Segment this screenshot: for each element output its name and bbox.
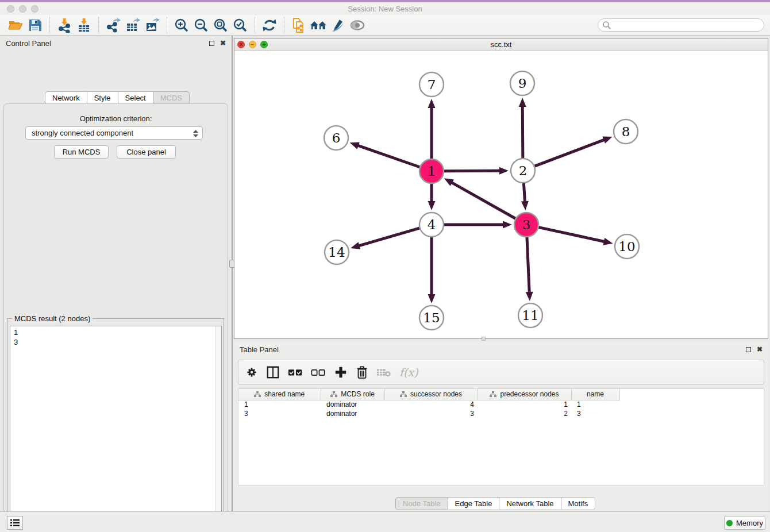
graph-edge-arrow — [521, 201, 529, 210]
settings-gear-icon[interactable] — [245, 366, 258, 379]
result-line: 1 — [14, 327, 218, 337]
network-window-titlebar[interactable]: × − + scc.txt — [234, 38, 768, 51]
save-glyph — [28, 18, 43, 33]
graph-edge-2-3[interactable] — [523, 183, 525, 202]
main-toolbar — [0, 15, 770, 36]
refresh-glyph — [262, 18, 277, 33]
graph-node-label: 9 — [518, 76, 527, 91]
close-panel-icon[interactable]: ✖ — [220, 39, 226, 47]
select-all-icon[interactable] — [288, 366, 303, 379]
close-table-panel-icon[interactable]: ✖ — [757, 345, 763, 353]
save-session-icon[interactable] — [25, 17, 45, 34]
import-table-glyph — [76, 18, 91, 33]
column-header-name[interactable]: name — [571, 389, 619, 400]
graph-edge-arrow — [519, 98, 526, 107]
node-table: shared name MCDS role successor nodes pr… — [238, 388, 764, 486]
column-panel-glyph — [266, 365, 280, 379]
memory-button[interactable]: Memory — [724, 516, 765, 530]
zoom-in-icon[interactable] — [172, 17, 191, 34]
titlebar: Session: New Session — [0, 2, 770, 15]
close-panel-button[interactable]: Close panel — [117, 145, 176, 159]
deselect-all-icon[interactable] — [311, 366, 326, 379]
table-header-row: shared name MCDS role successor nodes pr… — [238, 389, 619, 400]
column-type-icon — [254, 391, 261, 398]
graph-edge-arrow — [503, 221, 512, 229]
column-header-shared-name[interactable]: shared name — [238, 389, 321, 400]
graph-edge-arrow — [351, 242, 360, 249]
tab-mcds[interactable]: MCDS — [153, 91, 190, 105]
import-network-icon[interactable] — [55, 17, 74, 34]
tab-node-table[interactable]: Node Table — [395, 497, 448, 510]
control-panel-tabs: Network Style Select MCDS — [45, 91, 190, 105]
graph-node-label: 15 — [423, 310, 440, 325]
tab-select[interactable]: Select — [118, 91, 153, 105]
column-panel-icon[interactable] — [266, 365, 280, 379]
graph-edge-1-6[interactable] — [357, 145, 419, 167]
zoom-fit-icon[interactable] — [211, 17, 230, 34]
float-panel-icon[interactable] — [209, 41, 214, 46]
table-row[interactable]: 3 dominator 3 2 3 — [238, 409, 619, 418]
graph-edge-2-8[interactable] — [535, 140, 605, 166]
open-folder-icon[interactable] — [6, 17, 25, 34]
graph-node-label: 3 — [522, 217, 531, 232]
graph-node-label: 7 — [428, 77, 436, 92]
tab-motifs[interactable]: Motifs — [561, 497, 596, 510]
column-header-successor-nodes[interactable]: successor nodes — [384, 389, 478, 400]
network-from-clipboard-icon[interactable] — [289, 17, 309, 34]
delete-column-icon[interactable] — [356, 365, 368, 379]
zoom-selected-icon[interactable] — [230, 17, 250, 34]
graph-node-label: 11 — [522, 308, 538, 323]
result-scrollbar[interactable] — [215, 326, 221, 532]
plus-glyph — [334, 365, 348, 379]
export-network-icon[interactable] — [103, 17, 123, 34]
zoom-out-icon[interactable] — [191, 17, 211, 34]
column-header-predecessor-nodes[interactable]: predecessor nodes — [478, 389, 571, 400]
graph-edge-2-9[interactable] — [522, 106, 523, 158]
export-image-icon[interactable] — [143, 17, 162, 34]
tab-edge-table[interactable]: Edge Table — [448, 497, 500, 510]
control-panel-title: Control Panel — [6, 39, 51, 48]
export-network-glyph — [106, 18, 121, 33]
function-builder-icon[interactable]: f(x) — [399, 366, 418, 379]
graph-edge-3-10[interactable] — [538, 228, 605, 242]
network-graph-canvas[interactable]: 7968124314101511 — [234, 51, 768, 338]
graph-edge-arrow — [499, 167, 509, 175]
float-table-panel-icon[interactable] — [746, 347, 751, 352]
tab-network[interactable]: Network — [45, 91, 87, 105]
refresh-layout-icon[interactable] — [260, 17, 279, 34]
export-table-glyph — [125, 18, 140, 33]
window-resize-handle[interactable] — [482, 337, 486, 341]
graph-node-label: 14 — [328, 245, 345, 260]
column-type-icon — [400, 391, 407, 398]
network-file-glyph — [291, 18, 306, 33]
stepper-icon — [192, 129, 199, 138]
graph-edge-4-14[interactable] — [358, 228, 419, 246]
graph-node-label: 4 — [428, 217, 436, 232]
import-table-icon[interactable] — [74, 17, 94, 34]
table-row[interactable]: 1 dominator 4 1 1 — [238, 400, 619, 409]
first-neighbors-icon[interactable] — [309, 17, 328, 34]
memory-status-icon — [726, 520, 733, 526]
delete-table-icon[interactable] — [376, 367, 391, 378]
optimization-criterion-select[interactable]: strongly connected component — [25, 126, 203, 140]
zoom-selected-glyph — [233, 18, 248, 33]
show-hide-icon[interactable] — [348, 17, 367, 34]
toolbar-separator — [284, 17, 284, 33]
search-input[interactable] — [598, 18, 764, 32]
run-mcds-button[interactable]: Run MCDS — [54, 145, 109, 159]
task-history-button[interactable] — [7, 516, 23, 530]
panel-divider[interactable] — [232, 36, 233, 511]
export-table-icon[interactable] — [123, 17, 143, 34]
column-header-mcds-role[interactable]: MCDS role — [321, 389, 384, 400]
graph-edge-3-11[interactable] — [527, 237, 529, 293]
graph-edge-1-2[interactable] — [444, 171, 500, 171]
add-column-icon[interactable] — [334, 365, 348, 379]
network-view-window: × − + scc.txt 7968124314101511 — [234, 38, 768, 339]
mcds-result-textarea[interactable]: 1 3 — [10, 326, 222, 532]
toolbar-separator — [255, 17, 255, 33]
style-paint-icon[interactable] — [328, 17, 348, 34]
graph-edge-3-1[interactable] — [451, 182, 515, 218]
tab-network-table[interactable]: Network Table — [499, 497, 561, 510]
import-network-glyph — [57, 18, 72, 33]
tab-style[interactable]: Style — [87, 91, 118, 105]
